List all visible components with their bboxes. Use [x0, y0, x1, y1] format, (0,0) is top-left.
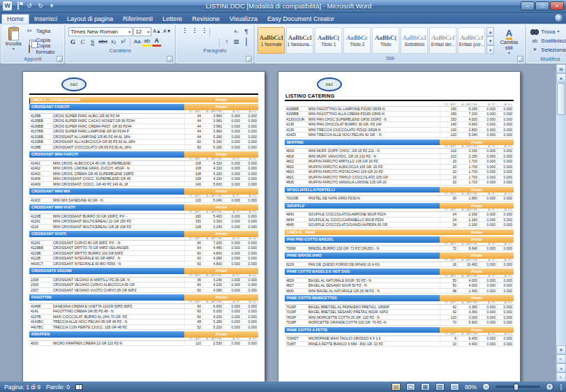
- product-description: PASTEL DE NATA GR63 PZ30-N: [308, 196, 440, 201]
- price-per-piece: 0.000: [479, 342, 497, 347]
- product-code: 7006K: [285, 246, 308, 251]
- qat-customize-button[interactable]: ▾: [47, 1, 57, 10]
- view-outline-button[interactable]: ▧: [435, 383, 445, 391]
- proofing-icon[interactable]: [75, 384, 82, 390]
- undo-button[interactable]: ↺: [24, 1, 34, 10]
- minimize-button[interactable]: –: [521, 1, 535, 10]
- gallery-scroll-up-button[interactable]: ▲: [486, 27, 494, 36]
- document-page-2[interactable]: G&C LISTINO CATERING PZ. CART.AL CARTONE…: [278, 71, 521, 382]
- view-fullscreen-button[interactable]: ▢: [406, 383, 415, 391]
- scrollbar-thumb[interactable]: [557, 83, 565, 115]
- zoom-out-button[interactable]: −: [482, 383, 490, 391]
- style-sottotitolo[interactable]: AaBbCcISottotitolo: [401, 27, 428, 54]
- select-browse-object-button[interactable]: ●: [556, 363, 566, 372]
- show-paragraph-marks-button[interactable]: ¶: [241, 27, 251, 36]
- pieces-per-carton: 140: [184, 182, 202, 187]
- decrease-indent-button[interactable]: [212, 27, 221, 36]
- sort-button[interactable]: A↓: [232, 27, 241, 36]
- change-case-button[interactable]: Aa: [133, 38, 142, 47]
- product-code: 4822: [285, 159, 308, 164]
- justify-button[interactable]: [208, 38, 217, 47]
- increase-indent-button[interactable]: [222, 27, 231, 36]
- change-styles-button[interactable]: A Cambia stili ▾: [496, 27, 522, 55]
- borders-button[interactable]: [241, 38, 251, 47]
- style-titolo-1[interactable]: AaBbC(Titolo 1: [315, 27, 342, 54]
- help-button[interactable]: ?: [554, 13, 563, 22]
- gallery-more-button[interactable]: ▾: [486, 45, 494, 54]
- view-web-layout-button[interactable]: ▦: [421, 383, 430, 391]
- dialog-launcher-appunti[interactable]: [57, 56, 63, 62]
- align-right-button[interactable]: [198, 38, 207, 47]
- style-titolo-2[interactable]: AaBbCcTitolo 2: [343, 27, 371, 54]
- gallery-scroll-down-button[interactable]: ▼: [486, 36, 494, 45]
- tab-revisione[interactable]: Revisione: [187, 14, 225, 24]
- paste-button[interactable]: Incolla ▾: [4, 27, 22, 56]
- redo-button[interactable]: ↻: [36, 1, 45, 10]
- next-page-button[interactable]: »: [556, 372, 566, 382]
- tab-easy-document-creator[interactable]: Easy Document Creator: [262, 14, 339, 24]
- zoom-slider[interactable]: [496, 386, 540, 388]
- dialog-launcher-paragrafo[interactable]: [246, 56, 252, 62]
- scroll-down-button[interactable]: ▼: [556, 345, 566, 354]
- price-column-header: Prezzo: [440, 140, 514, 146]
- style-enfasi-del[interactable]: AaBbCcIEnfasi del...: [429, 27, 456, 54]
- document-page-1[interactable]: G&C LINEA A - CROISSANTERIAPrezzoCROISSA…: [22, 71, 265, 382]
- table-row: 41241CROISSANT CURVO 80 GR 90PZ. P.F. - …: [29, 241, 258, 246]
- zoom-slider-thumb[interactable]: [514, 384, 519, 391]
- zoom-in-button[interactable]: +: [546, 383, 553, 391]
- subscript-button[interactable]: x₂: [109, 38, 118, 47]
- grow-font-button[interactable]: A▲: [152, 27, 162, 36]
- column-header: AL PZ.: [223, 158, 241, 160]
- align-left-button[interactable]: [179, 38, 188, 47]
- product-description: CROISSANT DRITTO BURRO 100 GR.60PZ: [53, 251, 184, 256]
- ruler-toggle-button[interactable]: ▤: [556, 64, 566, 73]
- view-draft-button[interactable]: ▭: [450, 383, 459, 391]
- page-indicator[interactable]: Pagina: 1 di 9: [4, 384, 40, 391]
- tab-visualizza[interactable]: Visualizza: [225, 14, 262, 24]
- product-description: MINI CROIS. CREMA GR.45 SUPERBLEND 108PZ: [53, 172, 184, 176]
- tab-inserisci[interactable]: Inserisci: [29, 14, 62, 24]
- italic-button[interactable]: C: [78, 38, 87, 47]
- tab-lettere[interactable]: Lettere: [158, 14, 187, 24]
- font-size-combo[interactable]: 12 ▾: [133, 27, 151, 36]
- style-enfasi-cor[interactable]: AaBbCcIEnfasi (cor...: [458, 27, 485, 54]
- font-name-combo[interactable]: Times New Roman ▾: [68, 27, 133, 36]
- style-1-normale[interactable]: AaBbCcI1 Normale: [258, 27, 285, 54]
- zoom-level[interactable]: 80%: [465, 384, 477, 391]
- dialog-launcher-carattere[interactable]: [167, 56, 173, 62]
- replace-button[interactable]: ab Sostituisci: [529, 36, 566, 45]
- superscript-button[interactable]: x²: [119, 38, 128, 47]
- bold-button[interactable]: G: [68, 38, 77, 47]
- shading-button[interactable]: ▨: [232, 38, 241, 47]
- tab-riferimenti[interactable]: Riferimenti: [118, 14, 158, 24]
- scroll-up-button[interactable]: ▲: [556, 73, 566, 82]
- bullets-button[interactable]: [179, 27, 188, 36]
- select-button[interactable]: ➤ Seleziona ▾: [529, 45, 566, 54]
- tab-home[interactable]: Home: [1, 14, 29, 24]
- column-header: AL CARTONE: [202, 158, 223, 160]
- align-center-button[interactable]: [188, 38, 198, 47]
- style-titolo[interactable]: AaBbC(Titolo: [372, 27, 399, 54]
- dialog-launcher-stili[interactable]: [517, 56, 523, 62]
- numbering-button[interactable]: [188, 27, 198, 36]
- multilevel-list-button[interactable]: [198, 27, 207, 36]
- underline-button[interactable]: S: [88, 38, 97, 47]
- font-color-button[interactable]: A: [152, 38, 161, 47]
- maximize-button[interactable]: □: [535, 1, 549, 10]
- pieces-per-carton: 20: [440, 175, 458, 180]
- find-button[interactable]: Trova ▾: [529, 27, 566, 36]
- style-1-nessuna[interactable]: AaBbCcI1 Nessuna...: [286, 27, 313, 54]
- strikethrough-button[interactable]: abc: [98, 38, 108, 47]
- view-print-layout-button[interactable]: ▤: [392, 383, 401, 391]
- save-button[interactable]: [13, 1, 23, 10]
- word-count[interactable]: Parole: 0: [46, 384, 70, 391]
- scrollbar-track[interactable]: [556, 116, 566, 345]
- tab-layout-di-pagina[interactable]: Layout di pagina: [62, 14, 118, 24]
- line-spacing-button[interactable]: ↕: [222, 38, 231, 47]
- previous-page-button[interactable]: «: [556, 354, 566, 363]
- close-button[interactable]: ×: [550, 1, 564, 10]
- shrink-font-button[interactable]: A▼: [163, 27, 172, 36]
- product-code: 4136BB: [29, 124, 53, 129]
- highlight-color-button[interactable]: ab: [142, 38, 151, 47]
- cut-button[interactable]: ✂ Taglia: [24, 27, 61, 35]
